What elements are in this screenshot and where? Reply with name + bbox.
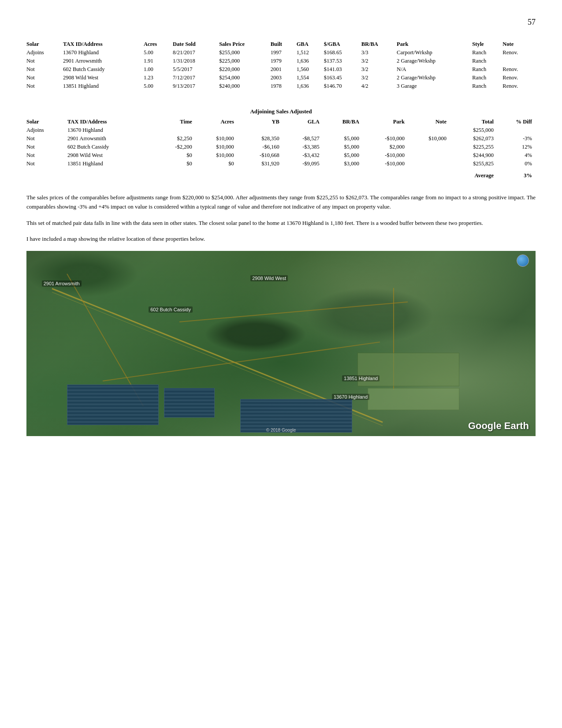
sales-cell-3-1: 2908 Wild West <box>63 74 144 82</box>
adj-cell-4-3: $0 <box>196 160 238 168</box>
adj-cell-4-2: $0 <box>156 160 196 168</box>
sales-cell-0-3: 8/21/2017 <box>173 49 219 57</box>
adj-cell-2-3: $10,000 <box>196 143 238 151</box>
adj-table: Solar TAX ID/Address Time Acres YB GLA B… <box>26 118 536 180</box>
adj-cell-3-6: $5,000 <box>323 151 363 160</box>
sales-cell-2-2: 1.00 <box>144 65 173 74</box>
adj-cell-0-1: 13670 Highland <box>67 126 156 134</box>
col-solar: Solar <box>26 40 63 49</box>
sales-cell-4-1: 13851 Highland <box>63 82 144 90</box>
adj-col-pct: % Diff <box>497 118 536 126</box>
adj-cell-3-0: Not <box>26 151 67 160</box>
sales-cell-3-9: 2 Garage/Wrkshp <box>397 74 472 82</box>
sales-cell-1-2: 1.91 <box>144 57 173 65</box>
adj-col-brba: BR/BA <box>323 118 363 126</box>
map-label-13851: 13851 Highland <box>342 375 380 381</box>
sales-cell-3-11: Renov. <box>502 74 536 82</box>
adj-cell-2-4: -$6,160 <box>238 143 283 151</box>
col-gba: GBA <box>297 40 324 49</box>
adj-cell-4-7: -$10,000 <box>363 160 408 168</box>
field-2 <box>368 388 459 410</box>
sales-cell-3-5: 2003 <box>271 74 297 82</box>
sales-row-1: Not2901 Arrowsmith1.911/31/2018$225,0001… <box>26 57 536 65</box>
sales-cell-2-1: 602 Butch Cassidy <box>63 65 144 74</box>
adj-cell-3-5: -$3,432 <box>283 151 323 160</box>
adj-cell-4-10: 0% <box>497 160 536 168</box>
col-park: Park <box>397 40 472 49</box>
google-earth-label: Google Earth <box>468 420 529 432</box>
adj-col-note: Note <box>408 118 450 126</box>
sales-cell-3-10: Ranch <box>472 74 502 82</box>
adj-col-park: Park <box>363 118 408 126</box>
adj-cell-3-1: 2908 Wild West <box>67 151 156 160</box>
sales-cell-2-3: 5/5/2017 <box>173 65 219 74</box>
paragraph-2: This set of matched pair data falls in l… <box>26 219 536 228</box>
sales-cell-0-11: Renov. <box>502 49 536 57</box>
col-per-gba: $/GBA <box>324 40 361 49</box>
sales-cell-4-6: 1,636 <box>297 82 324 90</box>
adj-cell-3-10: 4% <box>497 151 536 160</box>
adj-cell-2-5: -$3,385 <box>283 143 323 151</box>
sales-cell-2-9: N/A <box>397 65 472 74</box>
adj-cell-4-8 <box>408 160 450 168</box>
sales-cell-4-7: $146.70 <box>324 82 361 90</box>
sales-cell-1-7: $137.53 <box>324 57 361 65</box>
map-label-13670: 13670 Highland <box>332 394 369 400</box>
sales-cell-3-8: 3/2 <box>361 74 397 82</box>
sales-cell-0-8: 3/3 <box>361 49 397 57</box>
sales-cell-0-5: 1997 <box>271 49 297 57</box>
col-built: Built <box>271 40 297 49</box>
adj-col-total: Total <box>450 118 497 126</box>
page-number: 57 <box>26 18 536 27</box>
sales-cell-2-4: $220,000 <box>219 65 270 74</box>
adj-cell-3-7: -$10,000 <box>363 151 408 160</box>
sales-cell-3-7: $163.45 <box>324 74 361 82</box>
sales-row-2: Not602 Butch Cassidy1.005/5/2017$220,000… <box>26 65 536 74</box>
sales-cell-4-0: Not <box>26 82 63 90</box>
sales-cell-4-8: 4/2 <box>361 82 397 90</box>
sales-cell-0-10: Ranch <box>472 49 502 57</box>
sales-cell-1-0: Not <box>26 57 63 65</box>
sales-cell-4-2: 5.00 <box>144 82 173 90</box>
adj-cell-2-6: $5,000 <box>323 143 363 151</box>
map: 2901 Arrowsmith 2908 Wild West 602 Butch… <box>26 251 536 436</box>
sales-cell-1-3: 1/31/2018 <box>173 57 219 65</box>
sales-cell-0-0: Adjoins <box>26 49 63 57</box>
solar-field-1 <box>67 385 159 425</box>
sales-cell-2-10: Ranch <box>472 65 502 74</box>
map-label-butch: 602 Butch Cassidy <box>149 306 193 313</box>
paragraph-1: The sales prices of the comparables befo… <box>26 193 536 212</box>
adj-col-yb: YB <box>238 118 283 126</box>
sales-cell-2-5: 2001 <box>271 65 297 74</box>
sales-cell-3-4: $254,000 <box>219 74 270 82</box>
adj-cell-0-5 <box>283 126 323 134</box>
solar-field-3 <box>240 399 352 433</box>
adj-cell-3-9: $244,900 <box>450 151 497 160</box>
adj-cell-2-10: 12% <box>497 143 536 151</box>
col-date-sold: Date Sold <box>173 40 219 49</box>
adj-cell-0-4 <box>238 126 283 134</box>
sales-cell-3-0: Not <box>26 74 63 82</box>
map-label-wildwest: 2908 Wild West <box>250 275 288 281</box>
sales-row-3: Not2908 Wild West1.237/12/2017$254,00020… <box>26 74 536 82</box>
sales-cell-4-11: Renov. <box>502 82 536 90</box>
adj-cell-1-1: 2901 Arrowsmith <box>67 134 156 143</box>
adj-cell-2-2: -$2,200 <box>156 143 196 151</box>
adj-cell-1-3: $10,000 <box>196 134 238 143</box>
sales-cell-0-2: 5.00 <box>144 49 173 57</box>
sales-cell-4-4: $240,000 <box>219 82 270 90</box>
solar-field-2 <box>164 388 215 418</box>
adj-row-0: Adjoins13670 Highland$255,000 <box>26 126 536 134</box>
adj-col-solar: Solar <box>26 118 67 126</box>
adj-row-3: Not2908 Wild West$0$10,000-$10,668-$3,43… <box>26 151 536 160</box>
adj-cell-2-8 <box>408 143 450 151</box>
sales-cell-0-6: 1,512 <box>297 49 324 57</box>
adj-cell-4-5: -$9,095 <box>283 160 323 168</box>
adj-cell-3-8 <box>408 151 450 160</box>
col-sales-price: Sales Price <box>219 40 270 49</box>
adj-cell-1-4: $28,350 <box>238 134 283 143</box>
adj-cell-0-9: $255,000 <box>450 126 497 134</box>
adj-cell-0-2 <box>156 126 196 134</box>
sales-cell-3-6: 1,554 <box>297 74 324 82</box>
adj-col-address: TAX ID/Address <box>67 118 156 126</box>
